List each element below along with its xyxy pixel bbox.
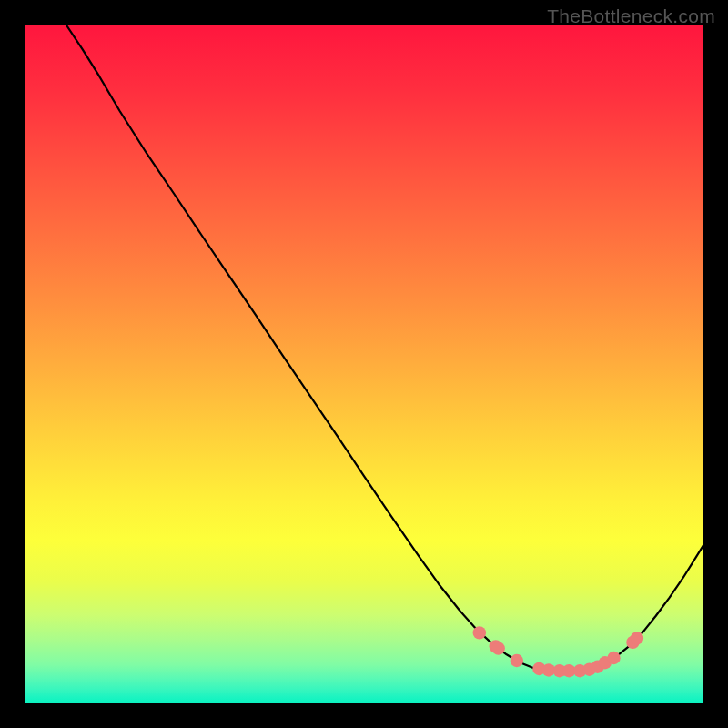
- bottleneck-chart: [25, 25, 703, 703]
- curve-marker: [492, 642, 505, 654]
- curve-marker: [511, 654, 523, 667]
- curve-marker: [473, 626, 486, 639]
- curve-marker: [607, 652, 620, 664]
- curve-marker: [631, 632, 643, 644]
- chart-frame: TheBottleneck.com: [0, 0, 728, 728]
- plot-background: [25, 25, 703, 703]
